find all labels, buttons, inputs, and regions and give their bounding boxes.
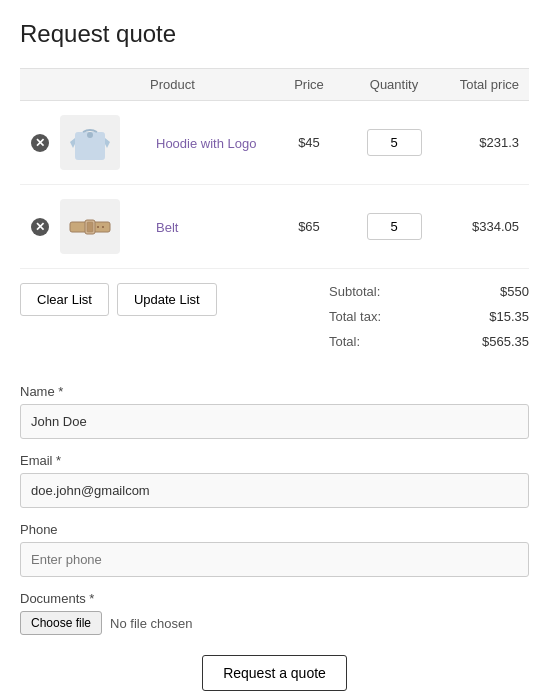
product-name-cell: Hoodie with Logo	[150, 135, 269, 151]
col-remove	[20, 77, 60, 92]
remove-hoodie-button[interactable]: ✕	[31, 134, 49, 152]
belt-price: $65	[269, 219, 349, 234]
col-image	[60, 77, 150, 92]
hoodie-link[interactable]: Hoodie with Logo	[156, 136, 256, 151]
tax-label: Total tax:	[329, 309, 381, 324]
email-field-group: Email *	[20, 453, 529, 508]
phone-input[interactable]	[20, 542, 529, 577]
col-price: Price	[269, 77, 349, 92]
bottom-actions: Request a quote	[20, 655, 529, 691]
belt-image-icon	[65, 204, 115, 249]
col-product: Product	[150, 77, 269, 92]
phone-field-group: Phone	[20, 522, 529, 577]
request-quote-button[interactable]: Request a quote	[202, 655, 347, 691]
belt-total: $334.05	[439, 219, 529, 234]
email-input[interactable]	[20, 473, 529, 508]
phone-label: Phone	[20, 522, 529, 537]
name-input[interactable]	[20, 404, 529, 439]
remove-icon: ✕	[31, 218, 49, 236]
hoodie-total: $231.3	[439, 135, 529, 150]
file-status-text: No file chosen	[110, 616, 192, 631]
hoodie-price: $45	[269, 135, 349, 150]
tax-row: Total tax: $15.35	[329, 304, 529, 329]
col-quantity: Quantity	[349, 77, 439, 92]
remove-belt-button[interactable]: ✕	[31, 218, 49, 236]
hoodie-quantity-input[interactable]	[367, 129, 422, 156]
tax-value: $15.35	[489, 309, 529, 324]
belt-quantity-input[interactable]	[367, 213, 422, 240]
remove-cell: ✕	[20, 134, 60, 152]
update-list-button[interactable]: Update List	[117, 283, 217, 316]
list-action-buttons: Clear List Update List	[20, 279, 225, 316]
remove-icon: ✕	[31, 134, 49, 152]
actions-summary-area: Clear List Update List Subtotal: $550 To…	[20, 279, 529, 354]
subtotal-value: $550	[500, 284, 529, 299]
documents-label: Documents *	[20, 591, 529, 606]
product-image-belt	[60, 199, 150, 254]
remove-cell: ✕	[20, 218, 60, 236]
clear-list-button[interactable]: Clear List	[20, 283, 109, 316]
email-label: Email *	[20, 453, 529, 468]
table-row: ✕ Belt $65	[20, 185, 529, 269]
table-header: Product Price Quantity Total price	[20, 68, 529, 101]
svg-point-6	[102, 226, 104, 228]
documents-field-group: Documents * Choose file No file chosen	[20, 591, 529, 635]
svg-rect-5	[87, 222, 93, 232]
hoodie-qty-cell	[349, 129, 439, 156]
hoodie-image-icon	[65, 120, 115, 165]
col-total: Total price	[439, 77, 529, 92]
svg-point-1	[87, 132, 93, 138]
product-image-hoodie	[60, 115, 150, 170]
quote-table: Product Price Quantity Total price ✕	[20, 68, 529, 269]
subtotal-label: Subtotal:	[329, 284, 380, 299]
svg-point-7	[97, 226, 99, 228]
product-name-cell: Belt	[150, 219, 269, 235]
choose-file-button[interactable]: Choose file	[20, 611, 102, 635]
name-field-group: Name *	[20, 384, 529, 439]
total-value: $565.35	[482, 334, 529, 349]
table-row: ✕ Hoodie with Logo $45 $231.3	[20, 101, 529, 185]
quote-form: Name * Email * Phone Documents * Choose …	[20, 374, 529, 635]
subtotal-row: Subtotal: $550	[329, 279, 529, 304]
belt-qty-cell	[349, 213, 439, 240]
name-label: Name *	[20, 384, 529, 399]
total-row: Total: $565.35	[329, 329, 529, 354]
file-upload-row: Choose file No file chosen	[20, 611, 529, 635]
page-title: Request quote	[20, 20, 529, 48]
total-label: Total:	[329, 334, 360, 349]
order-summary: Subtotal: $550 Total tax: $15.35 Total: …	[329, 279, 529, 354]
belt-link[interactable]: Belt	[156, 220, 178, 235]
